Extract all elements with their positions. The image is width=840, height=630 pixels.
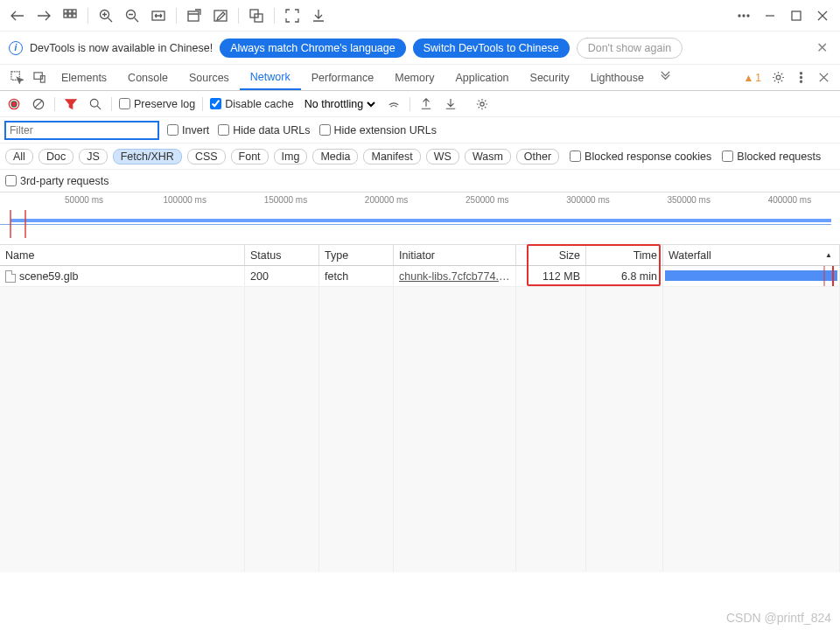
- header-initiator[interactable]: Initiator: [394, 245, 516, 265]
- header-type[interactable]: Type: [319, 245, 394, 265]
- apps-icon[interactable]: [58, 4, 82, 28]
- more-tabs-icon[interactable]: [654, 66, 677, 89]
- edit-button[interactable]: [208, 4, 233, 28]
- chip-other[interactable]: Other: [516, 149, 559, 164]
- filter-toggle-icon[interactable]: [62, 95, 80, 113]
- third-party-checkbox[interactable]: 3rd-party requests: [5, 175, 108, 187]
- new-tab-button[interactable]: [182, 4, 206, 28]
- separator: [88, 8, 88, 24]
- header-size[interactable]: Size: [516, 245, 586, 265]
- zoom-out-button[interactable]: [120, 4, 144, 28]
- disable-cache-checkbox[interactable]: Disable cache: [210, 98, 294, 110]
- info-bar: i DevTools is now available in Chinese! …: [0, 32, 840, 65]
- info-icon: i: [9, 41, 23, 55]
- cell-waterfall: [663, 266, 840, 286]
- tab-network[interactable]: Network: [240, 66, 301, 90]
- svg-point-21: [800, 73, 802, 74]
- tick-label: 150000 ms: [264, 195, 307, 205]
- cell-time: 6.8 min: [586, 266, 663, 286]
- device-toggle-icon[interactable]: [28, 66, 51, 89]
- warning-count: 1: [755, 72, 761, 84]
- chip-js[interactable]: JS: [79, 149, 108, 164]
- svg-rect-10: [214, 10, 227, 21]
- watermark: CSDN @printf_824: [726, 611, 831, 625]
- chip-font[interactable]: Font: [231, 149, 269, 164]
- chip-ws[interactable]: WS: [426, 149, 459, 164]
- svg-point-27: [90, 99, 98, 107]
- chip-wasm[interactable]: Wasm: [465, 149, 511, 164]
- match-language-button[interactable]: Always match Chrome's language: [220, 38, 406, 58]
- tab-security[interactable]: Security: [520, 66, 580, 89]
- maximize-button[interactable]: [784, 4, 808, 28]
- tab-lighthouse[interactable]: Lighthouse: [580, 66, 654, 89]
- svg-point-13: [738, 15, 740, 17]
- export-har-icon[interactable]: [417, 95, 435, 113]
- close-devtools-button[interactable]: [812, 66, 835, 89]
- chip-fetch-xhr[interactable]: Fetch/XHR: [113, 149, 182, 164]
- more-button[interactable]: [732, 4, 756, 28]
- chip-all[interactable]: All: [5, 149, 33, 164]
- svg-point-22: [800, 76, 802, 78]
- header-status[interactable]: Status: [245, 245, 319, 265]
- separator: [238, 8, 239, 24]
- fullscreen-button[interactable]: [280, 4, 304, 28]
- hide-data-urls-checkbox[interactable]: Hide data URLs: [218, 124, 310, 136]
- svg-point-25: [11, 101, 17, 106]
- forward-button[interactable]: [32, 4, 56, 28]
- back-button[interactable]: [5, 4, 30, 28]
- table-row[interactable]: scene59.glb 200 fetch chunk-libs.7cfcb77…: [0, 266, 840, 287]
- tab-console[interactable]: Console: [117, 66, 178, 89]
- svg-rect-4: [68, 14, 72, 18]
- close-window-button[interactable]: [810, 4, 835, 28]
- switch-language-button[interactable]: Switch DevTools to Chinese: [413, 38, 570, 58]
- zoom-in-button[interactable]: [94, 4, 118, 28]
- kebab-menu-icon[interactable]: [789, 66, 812, 89]
- settings-icon[interactable]: [766, 66, 789, 89]
- clear-button[interactable]: [30, 95, 47, 113]
- cell-initiator[interactable]: chunk-libs.7cfcb774.j…: [399, 270, 510, 283]
- chip-manifest[interactable]: Manifest: [363, 149, 420, 164]
- tab-sources[interactable]: Sources: [178, 66, 240, 89]
- header-waterfall[interactable]: Waterfall▲: [663, 245, 840, 265]
- copy-button[interactable]: [244, 4, 269, 28]
- network-table-header: Name Status Type Initiator Size Time Wat…: [0, 245, 840, 266]
- tab-application[interactable]: Application: [444, 66, 519, 89]
- svg-point-23: [800, 80, 802, 82]
- network-settings-icon[interactable]: [473, 95, 491, 113]
- sort-asc-icon: ▲: [825, 251, 832, 259]
- chip-media[interactable]: Media: [312, 149, 358, 164]
- preserve-log-checkbox[interactable]: Preserve log: [119, 98, 195, 110]
- network-toolbar: Preserve log Disable cache No throttling: [0, 91, 840, 117]
- throttling-select[interactable]: No throttling: [301, 97, 378, 111]
- chip-doc[interactable]: Doc: [38, 149, 74, 164]
- header-time[interactable]: Time: [586, 245, 663, 265]
- invert-checkbox[interactable]: Invert: [167, 124, 209, 136]
- dont-show-button[interactable]: Don't show again: [577, 38, 683, 59]
- import-har-icon[interactable]: [442, 95, 459, 113]
- network-conditions-icon[interactable]: [385, 95, 402, 113]
- blocked-cookies-checkbox[interactable]: Blocked response cookies: [570, 150, 711, 163]
- download-button[interactable]: [306, 4, 331, 28]
- record-button[interactable]: [5, 95, 23, 113]
- svg-rect-1: [68, 10, 72, 13]
- header-name[interactable]: Name: [0, 245, 245, 265]
- fit-width-button[interactable]: [146, 4, 171, 28]
- search-icon[interactable]: [87, 95, 104, 113]
- filter-input[interactable]: [5, 122, 158, 139]
- svg-point-20: [776, 75, 780, 80]
- blocked-requests-checkbox[interactable]: Blocked requests: [722, 150, 821, 163]
- tab-elements[interactable]: Elements: [51, 66, 117, 89]
- tab-performance[interactable]: Performance: [301, 66, 385, 89]
- minimize-button[interactable]: [758, 4, 782, 28]
- close-infobar-button[interactable]: ✕: [813, 36, 831, 60]
- tab-memory[interactable]: Memory: [384, 66, 444, 89]
- chip-css[interactable]: CSS: [187, 149, 226, 164]
- inspect-element-icon[interactable]: [5, 66, 28, 89]
- warnings-badge[interactable]: ▲ 1: [743, 72, 761, 84]
- timeline-overview[interactable]: 50000 ms 100000 ms 150000 ms 200000 ms 2…: [0, 192, 840, 245]
- svg-rect-0: [64, 10, 67, 13]
- resource-type-filters: All Doc JS Fetch/XHR CSS Font Img Media …: [0, 144, 840, 170]
- window-toolbar: [0, 0, 840, 32]
- hide-extension-urls-checkbox[interactable]: Hide extension URLs: [319, 124, 437, 136]
- chip-img[interactable]: Img: [274, 149, 308, 164]
